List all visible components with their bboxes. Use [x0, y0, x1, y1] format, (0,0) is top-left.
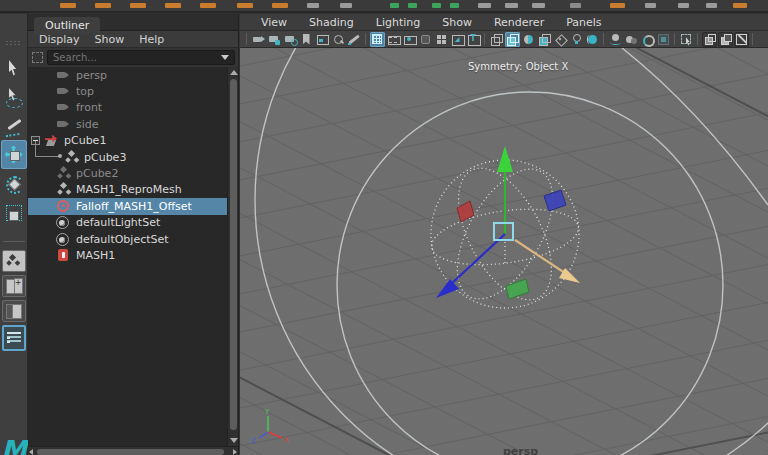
viewport-menu-renderer[interactable]: Renderer: [483, 16, 555, 29]
camera-attributes-button[interactable]: [283, 32, 298, 47]
shelf-icon-fragment: [505, 3, 518, 8]
ambient-occlusion-button[interactable]: [640, 32, 655, 47]
xray-joints-button[interactable]: [718, 32, 733, 47]
shelf-icon-fragment: [200, 3, 216, 8]
camera-icon: [56, 118, 70, 131]
default-material-button[interactable]: [553, 32, 568, 47]
outliner-item-side[interactable]: side: [28, 116, 227, 132]
manipulator-z-arrowhead[interactable]: [436, 279, 459, 298]
filter-selection-icon[interactable]: [32, 52, 43, 63]
isolate-select-button[interactable]: [679, 32, 694, 47]
manipulator-z-plane-handle[interactable]: [544, 190, 566, 211]
xray-active-components-button[interactable]: [734, 32, 749, 47]
manipulator-x-axis-arrow[interactable]: [515, 240, 568, 275]
layout-side-by-side-button[interactable]: [2, 300, 26, 322]
outliner-item-MASH1[interactable]: MASH1: [28, 247, 227, 263]
viewport-menu-shading[interactable]: Shading: [298, 16, 365, 29]
grease-pencil-button[interactable]: [347, 32, 362, 47]
viewport-menu-view[interactable]: View: [250, 16, 298, 29]
camera-lock-button[interactable]: [267, 32, 282, 47]
outliner-item-pCube3[interactable]: pCube3: [28, 149, 227, 165]
toolbar-separator: [365, 33, 366, 45]
shadows-button[interactable]: [624, 32, 639, 47]
image-plane-button[interactable]: [315, 32, 330, 47]
rotate-tool-button[interactable]: [1, 169, 27, 198]
paint-select-tool-button[interactable]: [1, 111, 27, 140]
xray-button[interactable]: [702, 32, 717, 47]
search-dropdown-caret-icon[interactable]: [221, 55, 229, 60]
bookmarks-button[interactable]: [299, 32, 314, 47]
pan-zoom-button[interactable]: [331, 32, 346, 47]
shaded-display-button[interactable]: [505, 32, 520, 47]
ambient-occlusion-icon: [641, 33, 654, 46]
hud-symmetry-status: Symmetry: Object X: [468, 61, 568, 72]
safe-title-button[interactable]: [466, 32, 481, 47]
outliner-horizontal-scrollbar[interactable]: [28, 446, 238, 455]
layout-two-pane-split-button[interactable]: [2, 275, 26, 297]
grid-toggle-button[interactable]: [370, 32, 385, 47]
outliner-item-pCube2[interactable]: pCube2: [28, 165, 227, 181]
film-gate-button[interactable]: [386, 32, 401, 47]
outliner-search-input[interactable]: [53, 52, 217, 63]
safe-action-button[interactable]: [450, 32, 465, 47]
outliner-item-MASH1_ReproMesh[interactable]: MASH1_ReproMesh: [28, 182, 227, 198]
outliner-item-Falloff_MASH1_Offset[interactable]: Falloff_MASH1_Offset: [28, 198, 227, 214]
shelf-icon-fragment: [432, 3, 441, 8]
outliner-item-label: Falloff_MASH1_Offset: [76, 200, 192, 213]
viewport-menu-lighting[interactable]: Lighting: [365, 16, 431, 29]
outliner-item-front[interactable]: front: [28, 100, 227, 116]
shelf-icon-fragment: [408, 3, 417, 8]
manipulator-x-plane-handle[interactable]: [457, 201, 474, 222]
axis-y-label: Y: [264, 408, 270, 416]
manipulator-center-handle[interactable]: [494, 223, 513, 240]
textures-toggle-button[interactable]: [585, 32, 600, 47]
textured-display-button[interactable]: [521, 32, 536, 47]
scale-tool-icon: [5, 204, 23, 222]
camera-select-button[interactable]: [251, 32, 266, 47]
outliner-item-defaultLightSet[interactable]: defaultLightSet: [28, 215, 227, 231]
lasso-tool-button[interactable]: [1, 82, 27, 111]
tree-branch-line: [35, 141, 59, 157]
toolbox-drag-handle[interactable]: [5, 40, 22, 47]
shaded-display-icon: [506, 33, 519, 46]
field-chart-button[interactable]: [434, 32, 449, 47]
viewport-menu-panels[interactable]: Panels: [555, 16, 612, 29]
manipulator-y-plane-handle[interactable]: [506, 279, 529, 299]
wireframe-on-shaded-button[interactable]: [537, 32, 552, 47]
layout-single-pane-button[interactable]: [2, 250, 26, 272]
move-tool-button[interactable]: [1, 140, 27, 169]
field-chart-icon: [435, 33, 448, 46]
outliner-item-persp[interactable]: persp: [28, 67, 227, 83]
outliner-item-defaultObjectSet[interactable]: defaultObjectSet: [28, 231, 227, 247]
wireframe-display-button[interactable]: [489, 32, 504, 47]
scroll-down-icon[interactable]: [230, 438, 238, 443]
select-tool-button[interactable]: [1, 53, 27, 82]
outliner-item-top[interactable]: top: [28, 83, 227, 99]
viewport-canvas[interactable]: Y X Z Symmetry: Object X persp: [240, 48, 768, 455]
outliner-menu-help[interactable]: Help: [139, 33, 164, 46]
horizontal-scroll-thumb[interactable]: [37, 449, 224, 455]
scroll-left-icon[interactable]: [29, 449, 33, 455]
outliner-tab[interactable]: Outliner: [34, 17, 100, 34]
two-sided-lighting-icon: [609, 33, 622, 46]
viewport-menu-show[interactable]: Show: [431, 16, 483, 29]
scroll-right-icon[interactable]: [233, 449, 237, 455]
gate-mask-button[interactable]: [418, 32, 433, 47]
outliner-menu-show[interactable]: Show: [95, 33, 125, 46]
vertical-scroll-thumb[interactable]: [230, 79, 237, 430]
layout-outliner-persp-button[interactable]: [2, 325, 26, 351]
mesh-icon: [64, 151, 78, 164]
two-sided-lighting-button[interactable]: [608, 32, 623, 47]
rotate-tool-icon: [5, 175, 23, 193]
motion-blur-button[interactable]: [656, 32, 671, 47]
resolution-gate-button[interactable]: [402, 32, 417, 47]
scroll-up-icon[interactable]: [230, 70, 238, 75]
outliner-menu-display[interactable]: Display: [39, 33, 80, 46]
outliner-item-label: pCube2: [76, 167, 118, 180]
manipulator-y-arrowhead[interactable]: [497, 146, 513, 172]
viewport-3d-scene[interactable]: Y X Z: [240, 48, 768, 455]
use-all-lights-button[interactable]: [569, 32, 584, 47]
manipulator-z-axis-arrow[interactable]: [450, 234, 505, 285]
scale-tool-button[interactable]: [1, 198, 27, 227]
outliner-vertical-scrollbar[interactable]: [227, 67, 238, 446]
